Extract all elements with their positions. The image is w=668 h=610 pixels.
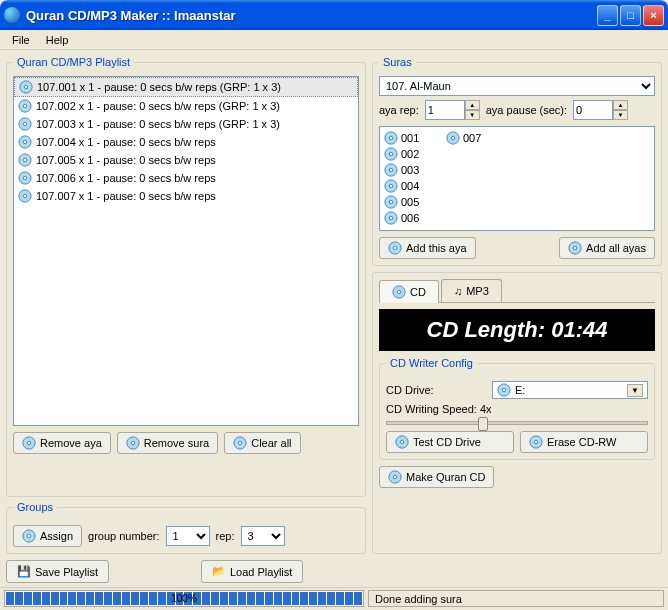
cd-icon xyxy=(18,189,32,203)
playlist-item-text: 107.004 x 1 - pause: 0 secs b/w reps xyxy=(36,136,216,148)
tab-mp3[interactable]: ♫MP3 xyxy=(441,279,502,302)
aya-number: 002 xyxy=(401,148,419,160)
aya-number: 001 xyxy=(401,132,419,144)
svg-point-31 xyxy=(389,200,393,204)
save-playlist-button[interactable]: 💾 Save Playlist xyxy=(6,560,109,583)
svg-point-29 xyxy=(389,184,393,188)
remove-aya-button[interactable]: Remove aya xyxy=(13,432,111,454)
cd-icon xyxy=(384,163,398,177)
playlist-item-text: 107.001 x 1 - pause: 0 secs b/w reps (GR… xyxy=(37,81,281,93)
aya-pause-up[interactable]: ▲ xyxy=(613,100,628,110)
app-icon xyxy=(4,7,20,23)
cd-icon xyxy=(392,285,406,299)
cd-length-display: CD Length: 01:44 xyxy=(379,309,655,351)
suras-legend: Suras xyxy=(379,56,416,68)
music-icon: ♫ xyxy=(454,285,462,297)
aya-rep-label: aya rep: xyxy=(379,104,419,116)
svg-point-17 xyxy=(131,441,135,445)
aya-pause-input[interactable] xyxy=(573,100,613,120)
progress-percent: 100% xyxy=(5,593,363,604)
playlist-item[interactable]: 107.001 x 1 - pause: 0 secs b/w reps (GR… xyxy=(14,77,358,97)
playlist-item-text: 107.002 x 1 - pause: 0 secs b/w reps (GR… xyxy=(36,100,280,112)
slider-thumb[interactable] xyxy=(478,417,488,431)
playlist-item[interactable]: 107.004 x 1 - pause: 0 secs b/w reps xyxy=(14,133,358,151)
cd-icon xyxy=(388,470,402,484)
cd-icon xyxy=(233,436,247,450)
cd-icon xyxy=(22,436,36,450)
cd-icon xyxy=(497,383,511,397)
tab-cd[interactable]: CD xyxy=(379,280,439,303)
aya-item[interactable]: 003 xyxy=(384,163,440,177)
svg-point-47 xyxy=(534,440,538,444)
aya-number: 003 xyxy=(401,164,419,176)
playlist-item[interactable]: 107.006 x 1 - pause: 0 secs b/w reps xyxy=(14,169,358,187)
sura-select[interactable]: 107. Al-Maun xyxy=(379,76,655,96)
svg-point-7 xyxy=(23,140,27,144)
menu-file[interactable]: File xyxy=(4,32,38,48)
aya-list[interactable]: 001002003004005006007 xyxy=(379,126,655,231)
clear-all-button[interactable]: Clear all xyxy=(224,432,300,454)
svg-point-27 xyxy=(389,168,393,172)
playlist-item[interactable]: 107.007 x 1 - pause: 0 secs b/w reps xyxy=(14,187,358,205)
aya-rep-input[interactable] xyxy=(425,100,465,120)
svg-point-1 xyxy=(24,85,28,89)
chevron-down-icon: ▼ xyxy=(627,384,643,397)
groups-legend: Groups xyxy=(13,501,57,513)
writer-config-group: CD Writer Config CD Drive: E:▼ CD Writin… xyxy=(379,357,655,460)
aya-item[interactable]: 001 xyxy=(384,131,440,145)
load-playlist-button[interactable]: 📂 Load Playlist xyxy=(201,560,303,583)
remove-sura-button[interactable]: Remove sura xyxy=(117,432,218,454)
rep-select[interactable]: 3 xyxy=(241,526,285,546)
cd-icon xyxy=(384,195,398,209)
menubar: File Help xyxy=(0,30,668,50)
suras-group: Suras 107. Al-Maun aya rep: ▲▼ aya pause… xyxy=(372,56,662,266)
aya-item[interactable]: 004 xyxy=(384,179,440,193)
cd-drive-select[interactable]: E:▼ xyxy=(492,381,648,399)
group-number-select[interactable]: 1 xyxy=(166,526,210,546)
group-number-label: group number: xyxy=(88,530,160,542)
playlist-item[interactable]: 107.003 x 1 - pause: 0 secs b/w reps (GR… xyxy=(14,115,358,133)
cd-icon xyxy=(384,211,398,225)
close-button[interactable]: × xyxy=(643,5,664,26)
aya-item[interactable]: 006 xyxy=(384,211,440,225)
cd-icon xyxy=(18,117,32,131)
svg-point-21 xyxy=(27,534,31,538)
aya-rep-down[interactable]: ▼ xyxy=(465,110,480,120)
aya-rep-up[interactable]: ▲ xyxy=(465,100,480,110)
menu-help[interactable]: Help xyxy=(38,32,77,48)
cd-icon xyxy=(18,153,32,167)
playlist-item-text: 107.007 x 1 - pause: 0 secs b/w reps xyxy=(36,190,216,202)
svg-point-43 xyxy=(502,388,506,392)
aya-pause-down[interactable]: ▼ xyxy=(613,110,628,120)
playlist-item-text: 107.006 x 1 - pause: 0 secs b/w reps xyxy=(36,172,216,184)
erase-cd-rw-button[interactable]: Erase CD-RW xyxy=(520,431,648,453)
svg-point-33 xyxy=(389,216,393,220)
maximize-button[interactable]: □ xyxy=(620,5,641,26)
add-this-aya-button[interactable]: Add this aya xyxy=(379,237,476,259)
assign-button[interactable]: Assign xyxy=(13,525,82,547)
playlist-item[interactable]: 107.002 x 1 - pause: 0 secs b/w reps (GR… xyxy=(14,97,358,115)
rep-label: rep: xyxy=(216,530,235,542)
add-all-ayas-button[interactable]: Add all ayas xyxy=(559,237,655,259)
cd-icon xyxy=(395,435,409,449)
progress-bar: 100% xyxy=(4,590,364,607)
cd-icon xyxy=(529,435,543,449)
make-quran-cd-button[interactable]: Make Quran CD xyxy=(379,466,494,488)
aya-number: 006 xyxy=(401,212,419,224)
svg-point-23 xyxy=(389,136,393,140)
aya-item[interactable]: 005 xyxy=(384,195,440,209)
playlist-legend: Quran CD/MP3 Playlist xyxy=(13,56,134,68)
speed-slider[interactable] xyxy=(386,421,648,425)
aya-item[interactable]: 002 xyxy=(384,147,440,161)
playlist-listbox[interactable]: 107.001 x 1 - pause: 0 secs b/w reps (GR… xyxy=(13,76,359,426)
playlist-item[interactable]: 107.005 x 1 - pause: 0 secs b/w reps xyxy=(14,151,358,169)
cd-icon xyxy=(18,171,32,185)
writer-legend: CD Writer Config xyxy=(386,357,477,369)
svg-point-5 xyxy=(23,122,27,126)
output-section: CD ♫MP3 CD Length: 01:44 CD Writer Confi… xyxy=(372,272,662,554)
test-cd-drive-button[interactable]: Test CD Drive xyxy=(386,431,514,453)
cd-icon xyxy=(446,131,460,145)
aya-item[interactable]: 007 xyxy=(446,131,502,145)
svg-point-13 xyxy=(23,194,27,198)
minimize-button[interactable]: _ xyxy=(597,5,618,26)
